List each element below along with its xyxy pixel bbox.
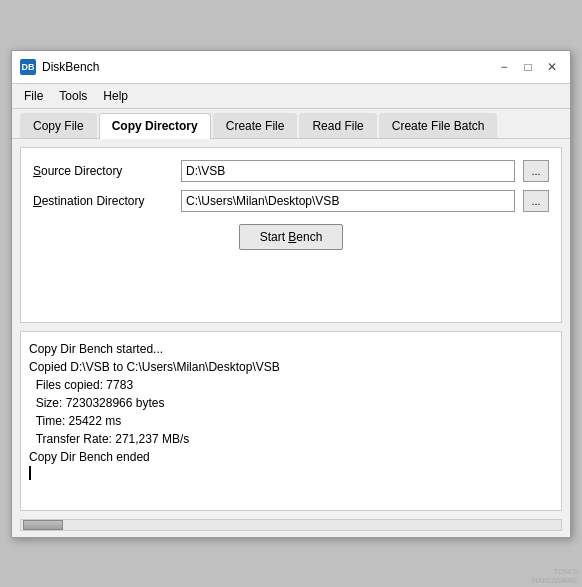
horizontal-scrollbar[interactable] (20, 519, 562, 531)
tab-create-file-batch[interactable]: Create File Batch (379, 113, 498, 138)
tab-copy-directory[interactable]: Copy Directory (99, 113, 211, 139)
maximize-button[interactable]: □ (518, 57, 538, 77)
log-line: Copy Dir Bench started... (29, 340, 553, 358)
source-label: Source Directory (33, 164, 173, 178)
tab-copy-file[interactable]: Copy File (20, 113, 97, 138)
button-row: Start Bench (33, 224, 549, 250)
destination-row: Destination Directory ... (33, 190, 549, 212)
minimize-button[interactable]: − (494, 57, 514, 77)
source-input[interactable] (181, 160, 515, 182)
start-bench-button[interactable]: Start Bench (239, 224, 344, 250)
destination-browse-button[interactable]: ... (523, 190, 549, 212)
scrollbar-thumb[interactable] (23, 520, 63, 530)
destination-label: Destination Directory (33, 194, 173, 208)
log-line: Time: 25422 ms (29, 412, 553, 430)
menu-tools[interactable]: Tools (51, 86, 95, 106)
destination-input[interactable] (181, 190, 515, 212)
log-area[interactable]: Copy Dir Bench started...Copied D:\VSB t… (20, 331, 562, 511)
window-title: DiskBench (42, 60, 99, 74)
source-row: Source Directory ... (33, 160, 549, 182)
log-line: Copied D:\VSB to C:\Users\Milan\Desktop\… (29, 358, 553, 376)
title-bar-left: DB DiskBench (20, 59, 99, 75)
menu-file[interactable]: File (16, 86, 51, 106)
main-window: DB DiskBench − □ ✕ File Tools Help Copy … (11, 50, 571, 538)
watermark: TOM'SHARDWARE (532, 567, 578, 585)
log-line: Copy Dir Bench ended (29, 448, 553, 466)
log-line: Transfer Rate: 271,237 MB/s (29, 430, 553, 448)
menu-help[interactable]: Help (95, 86, 136, 106)
app-icon: DB (20, 59, 36, 75)
cursor-line (29, 466, 553, 480)
title-controls: − □ ✕ (494, 57, 562, 77)
log-line: Size: 7230328966 bytes (29, 394, 553, 412)
log-line: Files copied: 7783 (29, 376, 553, 394)
tab-bar: Copy File Copy Directory Create File Rea… (12, 109, 570, 139)
source-browse-button[interactable]: ... (523, 160, 549, 182)
tab-create-file[interactable]: Create File (213, 113, 298, 138)
form-area: Source Directory ... Destination Directo… (20, 147, 562, 323)
text-cursor (29, 466, 31, 480)
tab-read-file[interactable]: Read File (299, 113, 376, 138)
close-button[interactable]: ✕ (542, 57, 562, 77)
title-bar: DB DiskBench − □ ✕ (12, 51, 570, 84)
menu-bar: File Tools Help (12, 84, 570, 109)
